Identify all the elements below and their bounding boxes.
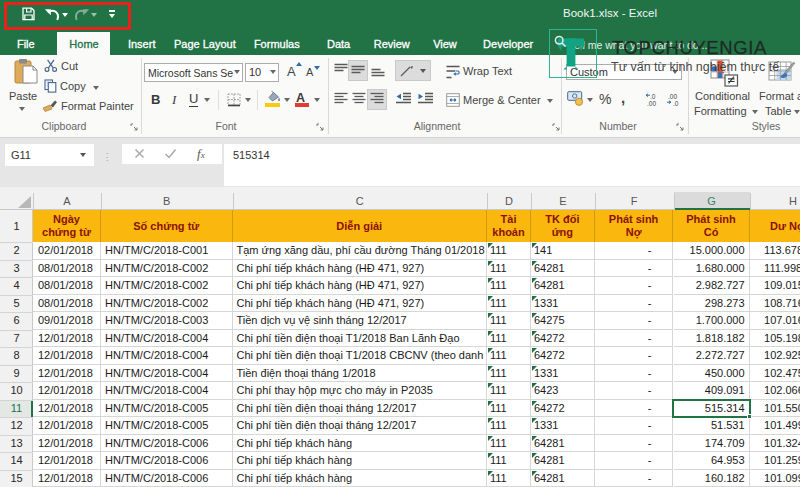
svg-text:.0: .0 <box>650 93 656 100</box>
svg-text:.0: .0 <box>673 100 679 107</box>
svg-text:.00: .00 <box>647 100 656 107</box>
svg-text:.00: .00 <box>668 93 677 100</box>
